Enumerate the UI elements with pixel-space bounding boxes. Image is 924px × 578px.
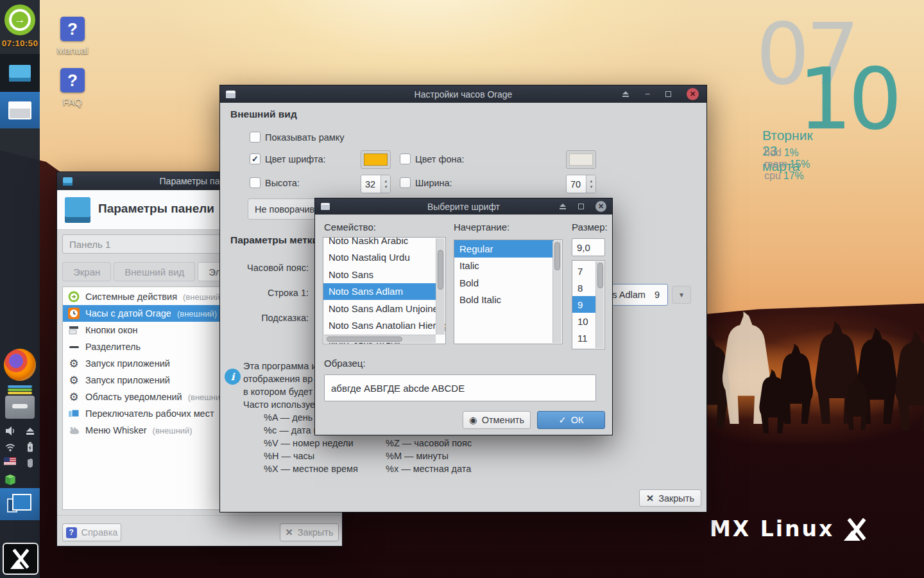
firefox-icon[interactable] xyxy=(4,349,36,381)
workspace-switcher-button[interactable] xyxy=(0,488,40,520)
stat-label: hdd xyxy=(764,147,782,158)
close-button-label: Закрыть xyxy=(658,493,694,504)
conky-minute: 10 xyxy=(798,57,898,141)
size-option[interactable]: 11 xyxy=(572,329,597,346)
family-option[interactable]: Noto Sans Anatolian Hieroglyphs xyxy=(323,317,436,335)
style-option[interactable]: Bold xyxy=(454,274,554,292)
size-option[interactable]: 7 xyxy=(572,263,597,279)
desktop-icon-faq[interactable]: ? FAQ xyxy=(47,68,98,107)
item-label: Разделитель xyxy=(85,342,141,352)
shade-icon[interactable] xyxy=(622,91,629,97)
size-option[interactable]: 8 xyxy=(572,279,597,296)
font-dropdown-button[interactable]: ▾ xyxy=(672,286,691,304)
style-option[interactable]: Bold Italic xyxy=(454,292,554,309)
task-button-panel-prefs[interactable] xyxy=(0,54,40,92)
width-checkbox[interactable] xyxy=(400,177,411,188)
bg-color-checkbox[interactable] xyxy=(400,153,411,164)
style-option-selected[interactable]: Regular xyxy=(454,240,554,258)
section-appearance: Внешний вид xyxy=(230,109,297,120)
family-label: Семейство: xyxy=(324,222,376,232)
size-input[interactable]: 9,0 xyxy=(572,238,605,256)
maximize-icon[interactable] xyxy=(665,91,671,97)
panel-clock[interactable]: 07:10:50 xyxy=(0,39,40,48)
help-button[interactable]: ? Справка xyxy=(62,523,121,541)
volume-icon[interactable] xyxy=(4,425,16,437)
tab-display[interactable]: Экран xyxy=(62,262,111,281)
family-option[interactable]: Noto Sans xyxy=(323,266,436,283)
vertical-scrollbar[interactable] xyxy=(595,261,604,348)
item-suffix: (внешний) xyxy=(153,426,193,435)
clipboard-paperclip-icon[interactable] xyxy=(24,457,36,469)
size-option-selected[interactable]: 9 xyxy=(572,296,597,313)
minimize-icon[interactable]: − xyxy=(645,91,650,97)
item-label: Запуск приложений xyxy=(85,375,170,385)
line1-label: Строка 1: xyxy=(220,288,309,298)
ok-button[interactable]: ✓ ОК xyxy=(537,411,605,429)
close-icon[interactable]: ✕ xyxy=(687,88,699,100)
sample-text-field[interactable]: абвгде АБВГДЕ abcde ABCDE xyxy=(324,374,596,401)
stat-value: 17% xyxy=(783,170,804,181)
file-manager-icon[interactable] xyxy=(5,385,35,420)
arrow-right-icon: → xyxy=(9,9,31,31)
item-label: Меню Whisker xyxy=(85,425,147,435)
system-actions-button[interactable]: → xyxy=(4,4,35,35)
show-frame-label: Показывать рамку xyxy=(265,132,344,143)
stat-label: mem xyxy=(764,159,787,170)
size-label: Размер: xyxy=(572,222,608,232)
height-checkbox[interactable] xyxy=(250,177,261,188)
height-spinbox[interactable]: 32 ▴▾ xyxy=(361,175,391,193)
titlebar-buttons: − ✕ xyxy=(622,88,699,100)
package-installer-icon[interactable] xyxy=(4,473,17,486)
bg-color-swatch-button[interactable] xyxy=(566,150,596,169)
window-icon xyxy=(9,65,31,82)
tooltip-label: Подсказка: xyxy=(220,313,309,323)
wifi-icon[interactable] xyxy=(4,441,16,453)
desktop-icon-label: FAQ xyxy=(47,96,98,107)
spin-arrows-icon[interactable]: ▴▾ xyxy=(586,175,595,193)
mx-linux-logo-text: MX Linux xyxy=(710,516,834,541)
family-option[interactable]: Noto Naskh Arabic xyxy=(323,237,436,249)
horizontal-scrollbar[interactable] xyxy=(324,335,436,343)
vertical-scrollbar[interactable] xyxy=(436,238,445,335)
eject-icon[interactable] xyxy=(24,425,36,437)
gear-icon: ⚙ xyxy=(68,374,80,386)
vertical-scrollbar[interactable] xyxy=(552,241,561,343)
show-frame-checkbox[interactable] xyxy=(250,132,261,143)
font-color-checkbox[interactable] xyxy=(250,153,261,164)
style-list: Regular Italic Bold Bold Italic xyxy=(454,240,563,344)
family-option[interactable]: Noto Nastaliq Urdu xyxy=(323,249,436,267)
close-icon[interactable]: ✕ xyxy=(595,201,606,212)
whisker-menu-button[interactable] xyxy=(3,543,38,575)
desktop-icon-manual[interactable]: ? Manual xyxy=(47,17,98,56)
cancel-button-label: Отменить xyxy=(482,415,524,425)
family-option-selected[interactable]: Noto Sans Adlam xyxy=(323,283,436,301)
tab-appearance[interactable]: Внешний вид xyxy=(114,262,195,281)
cancel-button[interactable]: ◉ Отменить xyxy=(463,411,531,429)
maximize-icon[interactable] xyxy=(578,204,584,209)
item-suffix: (внешний) xyxy=(183,292,223,302)
size-option[interactable]: 10 xyxy=(572,313,597,329)
close-button[interactable]: ✕ Закрыть xyxy=(280,523,339,541)
battery-icon[interactable] xyxy=(24,441,36,453)
width-spinbox[interactable]: 70 ▴▾ xyxy=(566,175,596,193)
style-option[interactable]: Italic xyxy=(454,258,554,275)
stat-label: cpu xyxy=(764,170,781,181)
task-button-active-window[interactable] xyxy=(0,92,40,128)
titlebar[interactable]: Настройки часов Orage − ✕ xyxy=(220,85,706,103)
titlebar[interactable]: Выберите шрифт ✕ xyxy=(315,198,612,215)
spin-arrows-icon[interactable]: ▴▾ xyxy=(381,175,390,193)
style-label: Начертание: xyxy=(454,222,509,232)
font-size: 9 xyxy=(654,290,660,300)
family-option[interactable]: Noto Sans Adlam Unjoined xyxy=(323,300,436,317)
bg-color-label: Цвет фона: xyxy=(415,154,465,164)
question-icon: ? xyxy=(60,17,85,41)
dialog-header-title: Параметры панели xyxy=(98,202,214,216)
desktop-icon-label: Manual xyxy=(47,45,98,56)
info-icon: i xyxy=(225,369,241,385)
close-button[interactable]: ✕ Закрыть xyxy=(639,489,701,507)
shade-icon[interactable] xyxy=(559,204,567,209)
font-color-swatch-button[interactable] xyxy=(361,150,391,169)
cross-icon: ✕ xyxy=(285,527,293,538)
item-label: Кнопки окон xyxy=(85,325,138,335)
keyboard-layout-us-flag-icon[interactable] xyxy=(4,457,16,465)
